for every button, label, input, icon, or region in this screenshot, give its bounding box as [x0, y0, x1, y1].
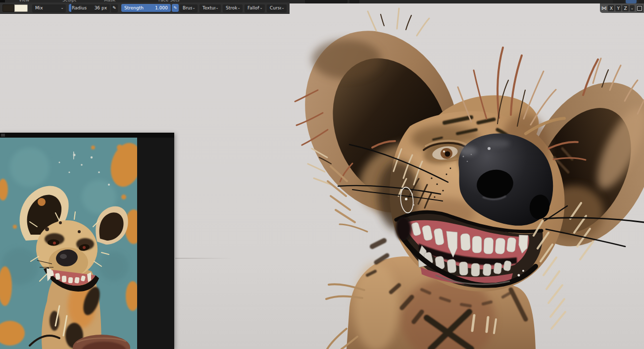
strength-pressure-toggle[interactable]: ✎ [172, 4, 179, 12]
cursor-popover-button[interactable]: Cursor ⌄ [267, 4, 287, 12]
header-dropdown-clipped[interactable] [349, 0, 359, 3]
stroke-popover-button[interactable]: Stroke ⌄ [223, 4, 243, 12]
header-button-clipped[interactable] [613, 0, 625, 3]
chevron-down-icon: ⌄ [281, 6, 287, 10]
chevron-down-icon: ⌄ [237, 6, 243, 10]
blend-mode-dropdown[interactable]: Mix ⌄ [32, 4, 66, 12]
mirror-z-toggle[interactable]: Z [622, 5, 628, 11]
stylus-pressure-icon: ✎ [173, 5, 177, 10]
strength-label: Strength [121, 5, 155, 10]
stylus-pressure-icon: ✎ [112, 5, 116, 10]
mode-dropdown-clipped[interactable] [305, 0, 347, 3]
strength-slider[interactable]: Strength 1.000 [121, 4, 171, 12]
radius-pressure-toggle[interactable]: ✎ [111, 4, 118, 12]
falloff-popover-label: Falloff [245, 5, 259, 10]
radius-label: Radius [69, 5, 95, 10]
blend-mode-value: Mix [32, 5, 60, 10]
radius-value: 36 px [95, 5, 110, 10]
chevron-down-icon: ⌄ [192, 6, 198, 10]
header-button-clipped-2[interactable] [639, 0, 644, 3]
mirror-butterfly-icon: ⋈ [601, 5, 607, 11]
stroke-popover-label: Stroke [223, 5, 237, 10]
reference-window-body [0, 138, 174, 349]
chevron-down-icon: ⌄ [259, 6, 265, 10]
viewport-options-button[interactable] [637, 5, 643, 12]
reference-window-empty-area [137, 138, 174, 349]
header-toggle-clipped[interactable] [626, 0, 637, 3]
reference-hyena-painting [0, 138, 137, 349]
radius-slider-fill [69, 4, 71, 12]
mirror-options-bar: ⋈ X Y Z ⌄ [600, 3, 644, 13]
falloff-popover-button[interactable]: Falloff ⌄ [245, 4, 265, 12]
mirror-y-toggle[interactable]: Y [615, 5, 621, 11]
radius-slider[interactable]: Radius 36 px [69, 4, 110, 12]
window-menu-icon[interactable] [1, 134, 5, 137]
reference-image-window[interactable] [0, 133, 174, 349]
mirror-x-toggle[interactable]: X [608, 5, 614, 11]
chevron-down-icon: ⌄ [60, 6, 66, 10]
mirror-dropdown-chevron[interactable]: ⌄ [630, 5, 635, 11]
reference-window-titlebar[interactable] [0, 133, 174, 138]
cursor-popover-label: Cursor [267, 5, 281, 10]
texture-popover-label: Texture [199, 5, 215, 10]
paint-color-primary-swatch[interactable] [2, 4, 14, 12]
brush-popover-button[interactable]: Brush ⌄ [180, 4, 198, 12]
paint-color-secondary-swatch[interactable] [14, 4, 28, 12]
strength-value: 1.000 [155, 5, 171, 10]
texture-popover-button[interactable]: Texture ⌄ [199, 4, 221, 12]
square-outline-icon [637, 6, 642, 11]
app-window: View Sculpt Mask Face Sets Mix ⌄ Radius … [0, 0, 644, 349]
floor-grid-line [175, 258, 233, 258]
chevron-down-icon: ⌄ [215, 6, 221, 10]
brush-popover-label: Brush [180, 5, 192, 10]
